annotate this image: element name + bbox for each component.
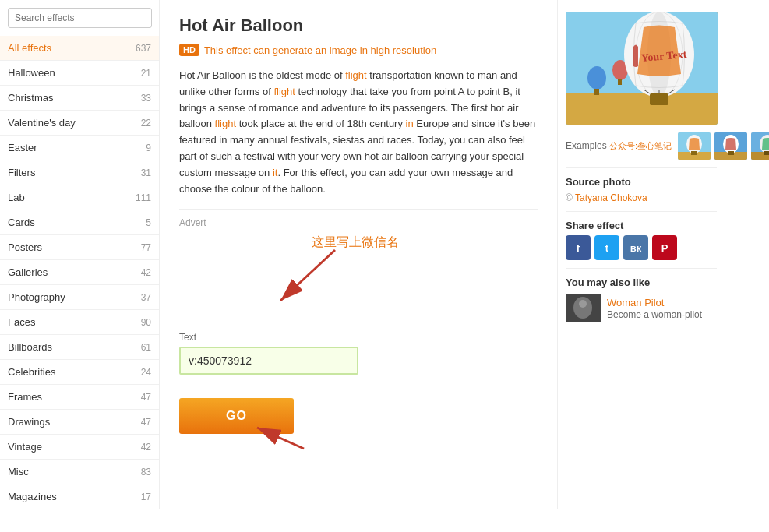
source-author-link[interactable]: Tatyana Chokova bbox=[566, 192, 647, 203]
sidebar-item-count: 5 bbox=[146, 217, 151, 228]
arrow-svg bbox=[179, 234, 444, 328]
text-label: Text bbox=[179, 332, 538, 343]
sidebar: All effects637Halloween21Christmas33Vale… bbox=[0, 0, 160, 509]
example-thumb-1[interactable] bbox=[678, 132, 711, 160]
search-input[interactable] bbox=[8, 8, 152, 28]
sidebar-item-label: Frames bbox=[8, 391, 42, 403]
sidebar-item-count: 90 bbox=[141, 317, 151, 328]
sidebar-item-label: Filters bbox=[8, 167, 35, 178]
also-like-name-link[interactable]: Woman Pilot bbox=[607, 297, 702, 308]
svg-rect-27 bbox=[764, 151, 769, 155]
svg-rect-19 bbox=[691, 151, 697, 155]
sidebar-item-faces[interactable]: Faces90 bbox=[0, 310, 159, 335]
svg-point-30 bbox=[579, 300, 587, 308]
sidebar-item-filters[interactable]: Filters31 bbox=[0, 160, 159, 185]
sidebar-item-celebrities[interactable]: Celebrities24 bbox=[0, 360, 159, 385]
right-panel: Your Text Examples 公众号:叁心笔记 bbox=[557, 0, 725, 509]
sidebar-item-count: 37 bbox=[141, 292, 151, 303]
sidebar-item-count: 47 bbox=[141, 392, 151, 403]
sidebar-item-halloween[interactable]: Halloween21 bbox=[0, 61, 159, 86]
svg-rect-7 bbox=[618, 79, 622, 85]
sidebar-item-count: 111 bbox=[136, 192, 151, 203]
also-like-text: Woman Pilot Become a woman-pilot bbox=[607, 297, 702, 320]
svg-point-4 bbox=[587, 66, 606, 90]
go-arrow-svg bbox=[179, 375, 335, 453]
sidebar-item-christmas[interactable]: Christmas33 bbox=[0, 86, 159, 111]
sidebar-item-label: Halloween bbox=[8, 67, 55, 79]
share-pinterest-button[interactable]: P bbox=[652, 235, 677, 260]
svg-rect-23 bbox=[728, 151, 734, 155]
sidebar-item-count: 31 bbox=[141, 167, 151, 178]
sidebar-item-label: Photography bbox=[8, 291, 65, 303]
sidebar-item-magazines[interactable]: Magazines17 bbox=[0, 484, 159, 509]
sidebar-item-photography[interactable]: Photography37 bbox=[0, 285, 159, 310]
text-input[interactable] bbox=[179, 347, 358, 375]
share-section: Share effect f t вк P bbox=[566, 220, 717, 269]
sidebar-item-count: 42 bbox=[141, 442, 151, 453]
sidebar-item-count: 22 bbox=[141, 118, 151, 129]
sidebar-item-vintage[interactable]: Vintage42 bbox=[0, 435, 159, 460]
sidebar-item-billboards[interactable]: Billboards61 bbox=[0, 335, 159, 360]
sidebar-item-label: Faces bbox=[8, 316, 35, 328]
share-facebook-button[interactable]: f bbox=[566, 235, 591, 260]
sidebar-item-label: Celebrities bbox=[8, 366, 55, 378]
sidebar-item-count: 24 bbox=[141, 367, 151, 378]
sidebar-item-label: Magazines bbox=[8, 491, 57, 502]
example-thumb-3[interactable] bbox=[751, 132, 769, 160]
svg-rect-3 bbox=[566, 93, 718, 125]
sidebar-item-label: Lab bbox=[8, 192, 25, 203]
share-buttons: f t вк P bbox=[566, 235, 717, 260]
examples-label: Examples 公众号:叁心笔记 bbox=[566, 140, 672, 152]
sidebar-item-label: Misc bbox=[8, 466, 29, 477]
source-title: Source photo bbox=[566, 176, 717, 188]
share-vk-button[interactable]: вк bbox=[623, 235, 648, 260]
sidebar-item-count: 77 bbox=[141, 242, 151, 253]
also-like-thumb bbox=[566, 294, 601, 322]
description: Hot Air Balloon is the oldest mode of fl… bbox=[179, 68, 538, 197]
example-thumb-2[interactable] bbox=[714, 132, 747, 160]
sidebar-item-label: All effects bbox=[8, 42, 51, 54]
sidebar-item-valentine-s-day[interactable]: Valentine's day22 bbox=[0, 111, 159, 136]
sidebar-item-count: 637 bbox=[136, 43, 151, 54]
annotation-area: 这里写上微信名 bbox=[179, 234, 444, 328]
sidebar-item-label: Posters bbox=[8, 241, 42, 253]
page-title: Hot Air Balloon bbox=[179, 16, 538, 36]
also-like-section: You may also like Woman Pilot Become a w… bbox=[566, 277, 717, 322]
sidebar-item-easter[interactable]: Easter9 bbox=[0, 136, 159, 160]
examples-row: Examples 公众号:叁心笔记 bbox=[566, 132, 717, 168]
thumb-row bbox=[678, 132, 769, 160]
sidebar-item-cards[interactable]: Cards5 bbox=[0, 210, 159, 235]
sidebar-item-all-effects[interactable]: All effects637 bbox=[0, 36, 159, 61]
sidebar-item-label: Vintage bbox=[8, 441, 42, 453]
sidebar-item-label: Billboards bbox=[8, 341, 52, 353]
sidebar-item-label: Christmas bbox=[8, 92, 54, 104]
share-title: Share effect bbox=[566, 220, 717, 231]
sidebar-item-label: Galleries bbox=[8, 266, 48, 278]
sidebar-item-misc[interactable]: Misc83 bbox=[0, 460, 159, 484]
sidebar-item-count: 83 bbox=[141, 467, 151, 477]
sidebar-item-posters[interactable]: Posters77 bbox=[0, 235, 159, 260]
sidebar-item-drawings[interactable]: Drawings47 bbox=[0, 410, 159, 435]
hd-badge: HD bbox=[179, 44, 199, 56]
sidebar-item-count: 33 bbox=[141, 93, 151, 104]
source-section: Source photo Tatyana Chokova bbox=[566, 176, 717, 212]
sidebar-item-label: Valentine's day bbox=[8, 117, 76, 129]
sidebar-item-count: 42 bbox=[141, 267, 151, 278]
go-button-area: GO bbox=[179, 375, 538, 453]
sidebar-item-frames[interactable]: Frames47 bbox=[0, 385, 159, 410]
also-like-item: Woman Pilot Become a woman-pilot bbox=[566, 294, 717, 322]
svg-rect-5 bbox=[594, 89, 599, 95]
hd-notice-text: This effect can generate an image in hig… bbox=[204, 44, 436, 56]
sidebar-item-label: Easter bbox=[8, 142, 37, 153]
sidebar-item-count: 17 bbox=[141, 491, 151, 502]
advert-label: Advert bbox=[179, 209, 538, 228]
sidebar-item-galleries[interactable]: Galleries42 bbox=[0, 260, 159, 285]
main-content: Hot Air Balloon HD This effect can gener… bbox=[160, 0, 557, 509]
share-twitter-button[interactable]: t bbox=[594, 235, 619, 260]
sidebar-item-lab[interactable]: Lab111 bbox=[0, 185, 159, 210]
main-balloon-image: Your Text bbox=[566, 12, 718, 125]
balloon-svg: Your Text bbox=[566, 12, 718, 125]
sidebar-item-count: 47 bbox=[141, 417, 151, 428]
sidebar-item-count: 21 bbox=[141, 68, 151, 79]
sidebar-item-label: Cards bbox=[8, 217, 35, 228]
